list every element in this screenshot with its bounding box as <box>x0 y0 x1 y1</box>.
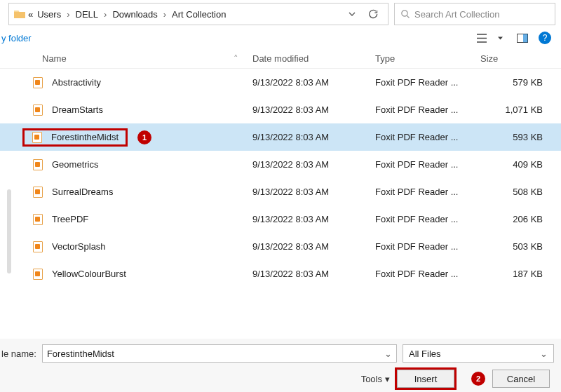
chevron-right-icon: › <box>67 9 69 20</box>
file-date: 9/13/2022 8:03 AM <box>252 269 375 279</box>
file-date: 9/13/2022 8:03 AM <box>252 159 375 170</box>
view-list-icon[interactable] <box>473 29 491 46</box>
file-size: 593 KB <box>480 132 554 142</box>
chevron-right-icon: › <box>104 9 107 20</box>
column-size[interactable]: Size <box>480 53 554 64</box>
file-row[interactable]: TreePDF 9/13/2022 8:03 AMFoxit PDF Reade… <box>0 205 561 233</box>
file-name: SurrealDreams <box>52 187 248 197</box>
pdf-file-icon <box>32 104 43 116</box>
file-type: Foxit PDF Reader ... <box>375 77 480 88</box>
chevron-down-icon[interactable]: ⌄ <box>384 349 392 359</box>
file-type: Foxit PDF Reader ... <box>375 241 480 252</box>
file-size: 187 KB <box>480 269 554 279</box>
file-row[interactable]: VectorSplash 9/13/2022 8:03 AMFoxit PDF … <box>0 233 561 260</box>
file-size: 1,071 KB <box>480 104 554 115</box>
file-row[interactable]: YellowColourBurst 9/13/2022 8:03 AMFoxit… <box>0 260 561 288</box>
file-size: 508 KB <box>480 187 554 197</box>
file-date: 9/13/2022 8:03 AM <box>252 241 375 252</box>
svg-point-0 <box>402 11 407 16</box>
pdf-file-icon <box>32 132 43 143</box>
history-dropdown[interactable] <box>342 4 363 24</box>
file-size: 206 KB <box>480 214 554 224</box>
caret-down-icon: ▾ <box>385 374 390 384</box>
file-row[interactable]: SurrealDreams 9/13/2022 8:03 AMFoxit PDF… <box>0 178 561 205</box>
new-folder-button[interactable]: y folder <box>0 33 32 43</box>
search-placeholder: Search Art Collection <box>414 9 499 20</box>
annotation-highlight: ForestintheMidst <box>22 128 128 147</box>
file-name: VectorSplash <box>52 241 248 252</box>
search-icon <box>400 9 410 19</box>
filename-label: le name: <box>1 349 36 359</box>
annotation-badge-1: 1 <box>137 130 151 144</box>
cancel-button[interactable]: Cancel <box>492 370 550 388</box>
file-name: Geometrics <box>52 159 248 170</box>
svg-rect-2 <box>523 34 528 42</box>
crumb-dell[interactable]: DELL <box>74 8 101 21</box>
file-name: TreePDF <box>52 214 248 224</box>
file-row[interactable]: DreamStarts 9/13/2022 8:03 AMFoxit PDF R… <box>0 96 561 123</box>
breadcrumb[interactable]: « Users › DELL › Downloads › Art Collect… <box>8 3 388 25</box>
sort-indicator-icon: ˄ <box>234 53 238 64</box>
pdf-file-icon <box>32 187 43 198</box>
file-type: Foxit PDF Reader ... <box>375 269 480 279</box>
pdf-file-icon <box>32 269 43 280</box>
file-type: Foxit PDF Reader ... <box>375 104 480 115</box>
file-type-filter[interactable]: All Files ⌄ <box>403 344 554 363</box>
column-header-row: Name˄ Date modified Type Size <box>0 49 561 69</box>
crumb-users[interactable]: Users <box>35 8 63 21</box>
annotation-badge-2: 2 <box>471 372 485 386</box>
filter-value: All Files <box>409 349 441 359</box>
pdf-file-icon <box>32 159 43 170</box>
file-size: 503 KB <box>480 241 554 252</box>
file-name: YellowColourBurst <box>52 269 248 279</box>
refresh-button[interactable] <box>363 4 384 24</box>
file-size: 409 KB <box>480 159 554 170</box>
file-row[interactable]: ForestintheMidst 1 9/13/2022 8:03 AMFoxi… <box>0 123 561 151</box>
column-type[interactable]: Type <box>375 53 480 64</box>
file-row[interactable]: Geometrics 9/13/2022 8:03 AMFoxit PDF Re… <box>0 151 561 178</box>
pdf-file-icon <box>32 77 43 88</box>
file-size: 579 KB <box>480 77 554 88</box>
view-dropdown-icon[interactable] <box>491 29 509 46</box>
file-date: 9/13/2022 8:03 AM <box>252 132 375 142</box>
file-date: 9/13/2022 8:03 AM <box>252 77 375 88</box>
pdf-file-icon <box>32 214 43 225</box>
column-date[interactable]: Date modified <box>252 53 375 64</box>
pdf-file-icon <box>32 241 43 252</box>
folder-icon <box>13 9 26 19</box>
file-row[interactable]: Abstractivity 9/13/2022 8:03 AMFoxit PDF… <box>0 69 561 96</box>
filename-value: ForestintheMidst <box>47 349 114 359</box>
tools-menu[interactable]: Tools ▾ <box>361 374 390 384</box>
column-name[interactable]: Name˄ <box>0 53 252 64</box>
chevron-down-icon[interactable]: ⌄ <box>540 349 548 359</box>
file-date: 9/13/2022 8:03 AM <box>252 214 375 224</box>
file-name: ForestintheMidst <box>51 132 123 142</box>
scrollbar-stub[interactable] <box>7 189 11 273</box>
insert-button[interactable]: Insert <box>397 370 454 388</box>
file-type: Foxit PDF Reader ... <box>375 214 480 224</box>
crumb-downloads[interactable]: Downloads <box>110 8 159 21</box>
file-name: DreamStarts <box>52 104 248 115</box>
help-icon[interactable]: ? <box>539 32 551 44</box>
search-input[interactable]: Search Art Collection <box>394 3 555 25</box>
filename-input[interactable]: ForestintheMidst ⌄ <box>42 344 397 363</box>
file-date: 9/13/2022 8:03 AM <box>252 104 375 115</box>
chevron-right-icon: › <box>163 9 166 20</box>
file-name: Abstractivity <box>52 77 248 88</box>
crumb-prefix: « <box>26 8 35 21</box>
file-type: Foxit PDF Reader ... <box>375 132 480 142</box>
file-type: Foxit PDF Reader ... <box>375 187 480 197</box>
crumb-artcollection[interactable]: Art Collection <box>170 8 228 21</box>
file-date: 9/13/2022 8:03 AM <box>252 187 375 197</box>
preview-pane-icon[interactable] <box>513 29 532 46</box>
file-type: Foxit PDF Reader ... <box>375 159 480 170</box>
